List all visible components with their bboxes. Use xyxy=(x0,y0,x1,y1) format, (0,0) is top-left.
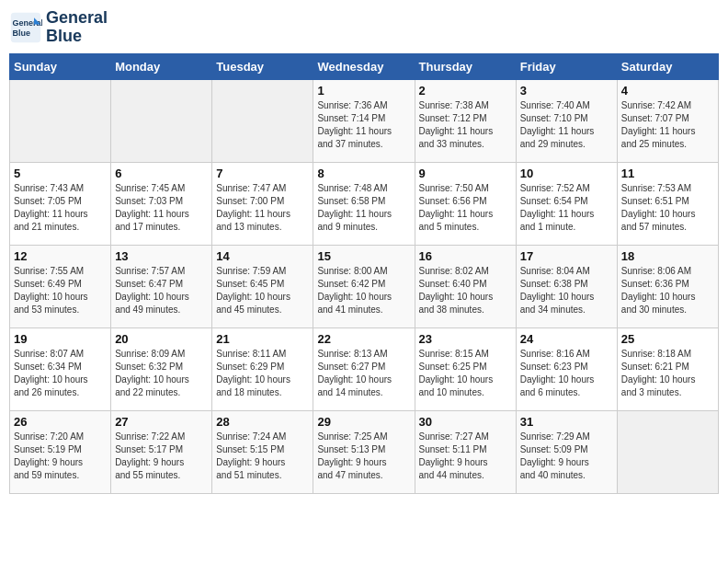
day-info: Sunrise: 7:25 AM Sunset: 5:13 PM Dayligh… xyxy=(317,431,410,482)
day-info: Sunrise: 7:53 AM Sunset: 6:51 PM Dayligh… xyxy=(621,182,714,234)
day-cell: 21Sunrise: 8:11 AM Sunset: 6:29 PM Dayli… xyxy=(212,327,313,410)
day-info: Sunrise: 8:15 AM Sunset: 6:25 PM Dayligh… xyxy=(419,348,512,399)
day-number: 13 xyxy=(115,249,208,263)
day-cell: 10Sunrise: 7:52 AM Sunset: 6:54 PM Dayli… xyxy=(516,162,617,245)
day-info: Sunrise: 7:38 AM Sunset: 7:12 PM Dayligh… xyxy=(419,99,512,151)
day-number: 27 xyxy=(115,415,208,429)
day-cell: 4Sunrise: 7:42 AM Sunset: 7:07 PM Daylig… xyxy=(617,79,718,162)
day-cell: 20Sunrise: 8:09 AM Sunset: 6:32 PM Dayli… xyxy=(111,327,212,410)
day-number: 7 xyxy=(216,167,309,180)
day-cell: 15Sunrise: 8:00 AM Sunset: 6:42 PM Dayli… xyxy=(313,245,415,327)
day-number: 28 xyxy=(216,415,309,429)
day-cell: 16Sunrise: 8:02 AM Sunset: 6:40 PM Dayli… xyxy=(415,245,516,327)
day-cell: 12Sunrise: 7:55 AM Sunset: 6:49 PM Dayli… xyxy=(10,245,111,327)
day-number: 6 xyxy=(115,167,208,180)
day-info: Sunrise: 7:22 AM Sunset: 5:17 PM Dayligh… xyxy=(115,431,208,482)
weekday-header-friday: Friday xyxy=(516,53,617,79)
weekday-header-wednesday: Wednesday xyxy=(313,53,415,79)
svg-text:Blue: Blue xyxy=(13,29,31,38)
day-number: 2 xyxy=(419,84,512,98)
day-cell: 11Sunrise: 7:53 AM Sunset: 6:51 PM Dayli… xyxy=(617,162,718,245)
day-cell: 27Sunrise: 7:22 AM Sunset: 5:17 PM Dayli… xyxy=(111,410,212,493)
day-cell xyxy=(111,79,212,162)
day-number: 1 xyxy=(317,84,410,98)
day-number: 20 xyxy=(115,332,208,346)
day-number: 29 xyxy=(317,415,410,429)
day-cell: 9Sunrise: 7:50 AM Sunset: 6:56 PM Daylig… xyxy=(415,162,516,245)
day-number: 17 xyxy=(520,249,613,263)
day-number: 8 xyxy=(317,167,410,180)
day-cell: 19Sunrise: 8:07 AM Sunset: 6:34 PM Dayli… xyxy=(10,327,111,410)
week-row-2: 5Sunrise: 7:43 AM Sunset: 7:05 PM Daylig… xyxy=(10,162,719,245)
day-info: Sunrise: 8:16 AM Sunset: 6:23 PM Dayligh… xyxy=(520,348,613,399)
calendar-header: SundayMondayTuesdayWednesdayThursdayFrid… xyxy=(10,53,719,79)
day-cell: 7Sunrise: 7:47 AM Sunset: 7:00 PM Daylig… xyxy=(212,162,313,245)
logo: General Blue General Blue xyxy=(9,9,108,46)
weekday-header-sunday: Sunday xyxy=(10,53,111,79)
day-cell: 23Sunrise: 8:15 AM Sunset: 6:25 PM Dayli… xyxy=(415,327,516,410)
day-info: Sunrise: 7:40 AM Sunset: 7:10 PM Dayligh… xyxy=(520,99,613,151)
day-info: Sunrise: 7:29 AM Sunset: 5:09 PM Dayligh… xyxy=(520,431,613,482)
day-number: 31 xyxy=(520,415,613,429)
logo-icon: General Blue xyxy=(9,11,42,44)
day-number: 26 xyxy=(14,415,107,429)
week-row-4: 19Sunrise: 8:07 AM Sunset: 6:34 PM Dayli… xyxy=(10,327,719,410)
weekday-header-monday: Monday xyxy=(111,53,212,79)
calendar-body: 1Sunrise: 7:36 AM Sunset: 7:14 PM Daylig… xyxy=(10,79,719,493)
day-cell: 14Sunrise: 7:59 AM Sunset: 6:45 PM Dayli… xyxy=(212,245,313,327)
day-info: Sunrise: 8:18 AM Sunset: 6:21 PM Dayligh… xyxy=(621,348,714,399)
day-cell: 1Sunrise: 7:36 AM Sunset: 7:14 PM Daylig… xyxy=(313,79,415,162)
day-cell xyxy=(617,410,718,493)
day-number: 10 xyxy=(520,167,613,180)
day-cell: 8Sunrise: 7:48 AM Sunset: 6:58 PM Daylig… xyxy=(313,162,415,245)
day-cell: 24Sunrise: 8:16 AM Sunset: 6:23 PM Dayli… xyxy=(516,327,617,410)
day-number: 5 xyxy=(14,167,107,180)
week-row-1: 1Sunrise: 7:36 AM Sunset: 7:14 PM Daylig… xyxy=(10,79,719,162)
day-cell: 17Sunrise: 8:04 AM Sunset: 6:38 PM Dayli… xyxy=(516,245,617,327)
weekday-header-tuesday: Tuesday xyxy=(212,53,313,79)
day-info: Sunrise: 7:45 AM Sunset: 7:03 PM Dayligh… xyxy=(115,182,208,234)
day-number: 4 xyxy=(621,84,714,98)
day-cell: 5Sunrise: 7:43 AM Sunset: 7:05 PM Daylig… xyxy=(10,162,111,245)
day-info: Sunrise: 8:00 AM Sunset: 6:42 PM Dayligh… xyxy=(317,265,410,316)
day-cell: 3Sunrise: 7:40 AM Sunset: 7:10 PM Daylig… xyxy=(516,79,617,162)
day-info: Sunrise: 8:13 AM Sunset: 6:27 PM Dayligh… xyxy=(317,348,410,399)
day-info: Sunrise: 8:06 AM Sunset: 6:36 PM Dayligh… xyxy=(621,265,714,316)
day-info: Sunrise: 7:27 AM Sunset: 5:11 PM Dayligh… xyxy=(419,431,512,482)
day-number: 16 xyxy=(419,249,512,263)
day-cell: 22Sunrise: 8:13 AM Sunset: 6:27 PM Dayli… xyxy=(313,327,415,410)
day-cell: 13Sunrise: 7:57 AM Sunset: 6:47 PM Dayli… xyxy=(111,245,212,327)
day-number: 25 xyxy=(621,332,714,346)
day-info: Sunrise: 8:07 AM Sunset: 6:34 PM Dayligh… xyxy=(14,348,107,399)
day-info: Sunrise: 7:48 AM Sunset: 6:58 PM Dayligh… xyxy=(317,182,410,234)
day-number: 11 xyxy=(621,167,714,180)
logo-text: General Blue xyxy=(46,9,108,46)
day-number: 14 xyxy=(216,249,309,263)
day-info: Sunrise: 7:59 AM Sunset: 6:45 PM Dayligh… xyxy=(216,265,309,316)
day-number: 3 xyxy=(520,84,613,98)
week-row-3: 12Sunrise: 7:55 AM Sunset: 6:49 PM Dayli… xyxy=(10,245,719,327)
day-info: Sunrise: 7:42 AM Sunset: 7:07 PM Dayligh… xyxy=(621,99,714,151)
day-cell: 25Sunrise: 8:18 AM Sunset: 6:21 PM Dayli… xyxy=(617,327,718,410)
day-cell: 26Sunrise: 7:20 AM Sunset: 5:19 PM Dayli… xyxy=(10,410,111,493)
weekday-header-saturday: Saturday xyxy=(617,53,718,79)
day-cell: 18Sunrise: 8:06 AM Sunset: 6:36 PM Dayli… xyxy=(617,245,718,327)
day-cell: 30Sunrise: 7:27 AM Sunset: 5:11 PM Dayli… xyxy=(415,410,516,493)
day-number: 19 xyxy=(14,332,107,346)
day-cell xyxy=(10,79,111,162)
day-info: Sunrise: 8:04 AM Sunset: 6:38 PM Dayligh… xyxy=(520,265,613,316)
day-info: Sunrise: 7:36 AM Sunset: 7:14 PM Dayligh… xyxy=(317,99,410,151)
weekday-header-row: SundayMondayTuesdayWednesdayThursdayFrid… xyxy=(10,53,719,79)
day-info: Sunrise: 7:43 AM Sunset: 7:05 PM Dayligh… xyxy=(14,182,107,234)
page-header: General Blue General Blue xyxy=(9,9,719,46)
weekday-header-thursday: Thursday xyxy=(415,53,516,79)
day-number: 21 xyxy=(216,332,309,346)
day-number: 24 xyxy=(520,332,613,346)
day-cell: 6Sunrise: 7:45 AM Sunset: 7:03 PM Daylig… xyxy=(111,162,212,245)
day-info: Sunrise: 7:50 AM Sunset: 6:56 PM Dayligh… xyxy=(419,182,512,234)
day-info: Sunrise: 7:47 AM Sunset: 7:00 PM Dayligh… xyxy=(216,182,309,234)
day-info: Sunrise: 8:09 AM Sunset: 6:32 PM Dayligh… xyxy=(115,348,208,399)
day-number: 9 xyxy=(419,167,512,180)
day-number: 12 xyxy=(14,249,107,263)
day-number: 18 xyxy=(621,249,714,263)
